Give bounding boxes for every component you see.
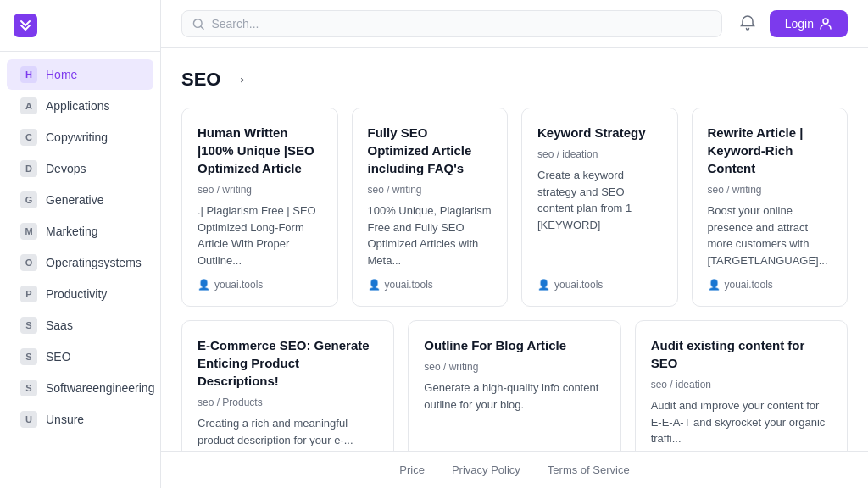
login-label: Login: [785, 17, 814, 30]
nav-letter-saas: S: [20, 317, 37, 334]
author-icon-3: 👤: [537, 279, 550, 291]
card-tag-6: seo / writing: [424, 361, 604, 373]
sidebar-label-productivity: Productivity: [46, 287, 107, 301]
sidebar-label-marketing: Marketing: [46, 225, 97, 238]
card-author-2: 👤 youai.tools: [368, 279, 492, 291]
sidebar-item-seo[interactable]: S SEO: [7, 341, 153, 372]
sidebar-item-copywriting[interactable]: C Copywriting: [7, 122, 153, 152]
card-title-7: Audit existing content for SEO: [651, 336, 832, 372]
nav-letter-seo: S: [20, 348, 37, 365]
nav-letter-o: O: [20, 254, 37, 271]
sidebar-item-softwareengineering[interactable]: S Softwareengineering: [7, 373, 153, 403]
notifications-button[interactable]: [736, 11, 760, 37]
nav-letter-p: P: [20, 286, 37, 302]
footer: Price Privacy Policy Terms of Service: [161, 451, 868, 488]
footer-link-terms[interactable]: Terms of Service: [548, 463, 630, 476]
page-title-text: SEO: [181, 69, 220, 91]
card-audit-seo[interactable]: Audit existing content for SEO seo / ide…: [635, 320, 848, 451]
sidebar-item-marketing[interactable]: M Marketing: [7, 216, 153, 247]
card-tag-1: seo / writing: [198, 184, 322, 196]
sidebar-item-productivity[interactable]: P Productivity: [7, 279, 153, 309]
card-title-3: Keyword Strategy: [537, 124, 662, 141]
card-title-6: Outline For Blog Article: [424, 336, 604, 354]
sidebar-label-unsure: Unsure: [46, 413, 84, 426]
card-title-1: Human Written |100% Unique |SEO Optimize…: [198, 124, 322, 177]
author-name-1: youai.tools: [214, 279, 263, 291]
sidebar-label-operatingsystems: Operatingsystems: [46, 256, 142, 269]
login-button[interactable]: Login: [770, 10, 848, 37]
nav-letter-home: H: [20, 66, 37, 83]
card-author-1: 👤 youai.tools: [198, 279, 322, 291]
search-box[interactable]: [181, 10, 722, 37]
nav-letter-g: G: [20, 191, 37, 208]
topbar: Login: [161, 0, 868, 48]
card-rewrite-article[interactable]: Rewrite Article | Keyword-Rich Content s…: [692, 108, 849, 307]
sidebar-label-saas: Saas: [46, 319, 73, 332]
sidebar-label-seo: SEO: [46, 350, 71, 363]
main-content: Login SEO → Human Written |100% Unique |…: [161, 0, 868, 488]
app-logo[interactable]: [14, 14, 37, 37]
card-desc-7: Audit and improve your content for E-E-A…: [651, 397, 832, 448]
card-desc-5: Creating a rich and meaningful product d…: [198, 415, 378, 448]
card-author-4: 👤 youai.tools: [708, 279, 832, 291]
card-desc-4: Boost your online presence and attract m…: [708, 202, 832, 269]
card-desc-6: Generate a high-quality info content out…: [424, 380, 604, 448]
card-desc-1: .| Plagiarism Free | SEO Optimized Long-…: [198, 202, 322, 269]
sidebar-item-applications[interactable]: A Applications: [7, 91, 153, 121]
search-input[interactable]: [211, 17, 710, 30]
sidebar: H Home A Applications C Copywriting D De…: [0, 0, 161, 488]
sidebar-item-operatingsystems[interactable]: O Operatingsystems: [7, 247, 153, 278]
cards-row-1: Human Written |100% Unique |SEO Optimize…: [181, 108, 848, 307]
nav-letter-se: S: [20, 380, 37, 396]
sidebar-label-home: Home: [46, 68, 77, 81]
sidebar-item-saas[interactable]: S Saas: [7, 310, 153, 341]
author-name-4: youai.tools: [725, 279, 773, 291]
author-icon-1: 👤: [198, 279, 210, 291]
sidebar-label-copywriting: Copywriting: [46, 130, 108, 144]
card-tag-3: seo / ideation: [537, 148, 662, 160]
card-author-3: 👤 youai.tools: [537, 279, 662, 291]
page-title: SEO →: [181, 69, 848, 91]
card-tag-2: seo / writing: [368, 184, 492, 196]
card-tag-5: seo / Products: [198, 396, 378, 408]
card-keyword-strategy[interactable]: Keyword Strategy seo / ideation Create a…: [521, 108, 678, 307]
nav-letter-m: M: [20, 223, 37, 240]
sidebar-item-home[interactable]: H Home: [7, 59, 153, 90]
author-icon-2: 👤: [368, 279, 381, 291]
card-title-2: Fully SEO Optimized Article including FA…: [368, 124, 492, 177]
sidebar-label-softwareengineering: Softwareengineering: [46, 381, 154, 395]
card-tag-4: seo / writing: [708, 184, 832, 196]
card-tag-7: seo / ideation: [651, 379, 832, 391]
card-outline-blog[interactable]: Outline For Blog Article seo / writing G…: [408, 320, 620, 451]
nav-letter-a: A: [20, 97, 37, 114]
content-area: SEO → Human Written |100% Unique |SEO Op…: [161, 48, 868, 451]
topbar-actions: Login: [736, 10, 848, 37]
card-ecommerce-seo[interactable]: E-Commerce SEO: Generate Enticing Produc…: [181, 320, 394, 451]
page-title-arrow: →: [229, 69, 248, 91]
sidebar-item-unsure[interactable]: U Unsure: [7, 404, 153, 435]
sidebar-item-generative[interactable]: G Generative: [7, 185, 153, 215]
sidebar-label-generative: Generative: [46, 193, 103, 207]
login-icon: [819, 17, 832, 30]
cards-row-2: E-Commerce SEO: Generate Enticing Produc…: [181, 320, 848, 451]
author-name-3: youai.tools: [554, 279, 603, 291]
sidebar-item-devops[interactable]: D Devops: [7, 153, 153, 184]
footer-link-price[interactable]: Price: [399, 463, 425, 476]
nav-letter-u: U: [20, 411, 37, 428]
sidebar-nav: H Home A Applications C Copywriting D De…: [0, 52, 160, 488]
author-icon-4: 👤: [708, 279, 721, 291]
sidebar-label-devops: Devops: [46, 162, 86, 175]
card-fully-seo[interactable]: Fully SEO Optimized Article including FA…: [352, 108, 509, 307]
card-desc-3: Create a keyword strategy and SEO conten…: [537, 167, 662, 269]
card-human-written[interactable]: Human Written |100% Unique |SEO Optimize…: [181, 108, 338, 307]
card-title-5: E-Commerce SEO: Generate Enticing Produc…: [198, 336, 378, 390]
search-icon: [192, 18, 204, 30]
card-desc-2: 100% Unique, Plagiarism Free and Fully S…: [368, 202, 492, 269]
card-title-4: Rewrite Article | Keyword-Rich Content: [708, 124, 832, 177]
footer-link-privacy[interactable]: Privacy Policy: [452, 463, 520, 476]
bell-icon: [739, 14, 756, 31]
sidebar-label-applications: Applications: [46, 99, 110, 113]
nav-letter-c: C: [20, 129, 37, 146]
logo-container: [0, 0, 160, 52]
nav-letter-d: D: [20, 160, 37, 177]
